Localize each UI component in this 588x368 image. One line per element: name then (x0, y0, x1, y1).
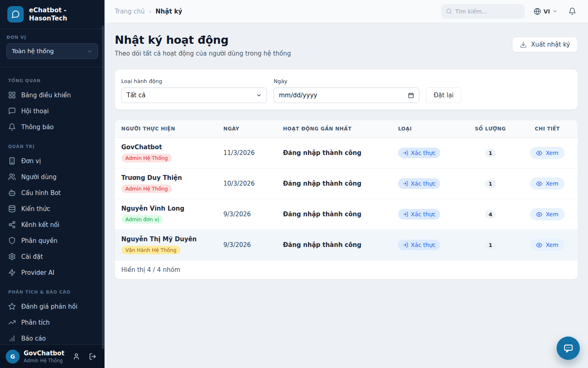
page-title: Nhật ký hoạt động (115, 34, 291, 46)
role-badge: Admin Hệ Thống (121, 154, 172, 162)
sidebar-item-label: Phân tích (21, 319, 50, 326)
page-content: Nhật ký hoạt động Theo dõi tất cả hoạt đ… (105, 23, 588, 368)
sidebar-item-label: Hội thoại (21, 108, 49, 115)
role-badge: Admin Hệ Thống (121, 184, 172, 193)
sidebar-item-bot-config[interactable]: Cấu hình Bot (5, 185, 100, 201)
star-icon (8, 303, 16, 310)
view-details-button[interactable]: Xem (530, 177, 564, 190)
sidebar-item-label: Đơn vị (21, 157, 41, 165)
actor-name: Nguyễn Thị Mỹ Duyên (121, 236, 210, 243)
chat-widget-button[interactable] (557, 337, 580, 360)
chat-bubble-icon (11, 10, 20, 19)
view-details-button[interactable]: Xem (530, 208, 564, 220)
sidebar-item-provider-ai[interactable]: Provider AI (5, 265, 100, 280)
dashboard-icon (8, 91, 16, 99)
calendar-icon (408, 92, 414, 99)
globe-icon (534, 8, 541, 15)
action-type-select[interactable]: Tất cả (121, 88, 267, 103)
trending-up-icon (8, 319, 16, 326)
view-details-label: Xem (546, 211, 558, 218)
eye-icon (536, 242, 542, 248)
table-row: Nguyễn Vĩnh Long Admin đơn vị 9/3/2026 Đ… (115, 199, 578, 230)
sidebar-item-knowledge[interactable]: Kiến thức (5, 201, 100, 217)
actor-name: GovChatbot (121, 144, 210, 151)
col-header-type: Loại (392, 120, 464, 138)
col-header-activity: Hoạt động gần nhất (276, 120, 392, 138)
sidebar-item-label: Bảng điều khiển (21, 92, 71, 99)
chat-dots-icon (563, 343, 574, 354)
download-icon (520, 41, 527, 48)
view-details-label: Xem (546, 180, 558, 187)
sidebar-item-label: Provider AI (21, 269, 54, 276)
unit-section-label: ĐƠN VỊ (7, 35, 98, 40)
chevron-down-icon (87, 48, 93, 54)
sidebar-item-permissions[interactable]: Phân quyền (5, 233, 100, 249)
row-date: 9/3/2026 (217, 230, 276, 260)
chat-icon (8, 107, 16, 115)
login-icon (403, 242, 408, 248)
table-header-row: Người thực hiện Ngày Hoạt động gần nhất … (115, 120, 578, 138)
table-row: Trương Duy Thiện Admin Hệ Thống 10/3/202… (115, 168, 578, 199)
login-icon (403, 150, 408, 156)
breadcrumb-current: Nhật ký (156, 8, 183, 15)
sidebar-item-users[interactable]: Người dùng (5, 169, 100, 185)
row-activity: Đăng nhập thành công (276, 168, 392, 199)
row-date: 9/3/2026 (217, 199, 276, 230)
logout-button[interactable] (87, 350, 99, 363)
row-activity: Đăng nhập thành công (276, 138, 392, 168)
sidebar-item-dashboard[interactable]: Bảng điều khiển (5, 87, 100, 103)
sidebar-item-settings[interactable]: Cài đặt (5, 249, 100, 265)
role-badge: Vận Hành Hệ Thống (121, 246, 180, 254)
type-badge: Xác thực (398, 209, 440, 220)
sidebar-item-conversations[interactable]: Hội thoại (5, 103, 100, 119)
view-details-button[interactable]: Xem (530, 239, 564, 251)
breadcrumb-home[interactable]: Trang chủ (115, 8, 145, 15)
sidebar-item-channels[interactable]: Kênh kết nối (5, 217, 100, 233)
sidebar-item-analytics[interactable]: Phân tích (5, 314, 100, 330)
sidebar-item-notifications[interactable]: Thông báo (5, 119, 100, 135)
row-activity: Đăng nhập thành công (276, 230, 392, 260)
type-badge-label: Xác thực (411, 242, 436, 248)
type-badge-label: Xác thực (411, 150, 436, 156)
search-input[interactable] (455, 8, 520, 15)
users-icon (8, 173, 16, 181)
export-log-button[interactable]: Xuất nhật ký (512, 37, 578, 52)
user-meta: GovChatbot Admin Hệ Thống (24, 350, 66, 364)
count-badge: 1 (485, 241, 496, 249)
count-badge: 4 (485, 210, 496, 219)
search-icon (446, 8, 452, 14)
table-row: Nguyễn Thị Mỹ Duyên Vận Hành Hệ Thống 9/… (115, 230, 578, 260)
topbar-actions: VI (441, 4, 578, 19)
table-row: GovChatbot Admin Hệ Thống 11/3/2026 Đăng… (115, 138, 578, 168)
bot-icon (8, 189, 16, 197)
row-date: 10/3/2026 (217, 168, 276, 199)
export-log-label: Xuất nhật ký (531, 41, 570, 48)
language-switcher[interactable]: VI (534, 8, 558, 15)
profile-button[interactable] (70, 350, 82, 363)
count-badge: 1 (485, 180, 496, 188)
main-area: Trang chủ › Nhật ký VI Nhật ký hoạt động… (105, 0, 588, 368)
actor-name: Trương Duy Thiện (121, 174, 210, 182)
action-type-value: Tất cả (127, 92, 145, 99)
sidebar-item-feedback[interactable]: Đánh giá phản hồi (5, 298, 100, 314)
view-details-button[interactable]: Xem (530, 147, 564, 159)
role-badge: Admin đơn vị (121, 215, 163, 224)
topbar: Trang chủ › Nhật ký VI (105, 0, 588, 23)
reset-filters-button[interactable]: Đặt lại (426, 88, 461, 103)
user-bar: G GovChatbot Admin Hệ Thống (0, 344, 105, 368)
date-input[interactable]: mm/dd/yyyy (274, 88, 419, 103)
sidebar-item-units[interactable]: Đơn vị (5, 153, 100, 169)
unit-select[interactable]: Toàn hệ thống (7, 43, 98, 59)
eye-icon (536, 181, 542, 187)
login-icon (403, 211, 408, 217)
gear-icon (8, 253, 16, 260)
notifications-button[interactable] (567, 6, 578, 17)
sidebar-item-label: Thông báo (21, 123, 54, 131)
sidebar-item-label: Phân quyền (21, 237, 58, 245)
language-code: VI (543, 8, 550, 15)
sidebar: eChatbot - HasonTech ĐƠN VỊ Toàn hệ thốn… (0, 0, 105, 368)
sidebar-scrollbar[interactable] (102, 25, 104, 349)
view-details-label: Xem (546, 150, 558, 156)
sidebar-item-reports[interactable]: Báo cáo (5, 330, 100, 344)
building-icon (8, 157, 16, 165)
